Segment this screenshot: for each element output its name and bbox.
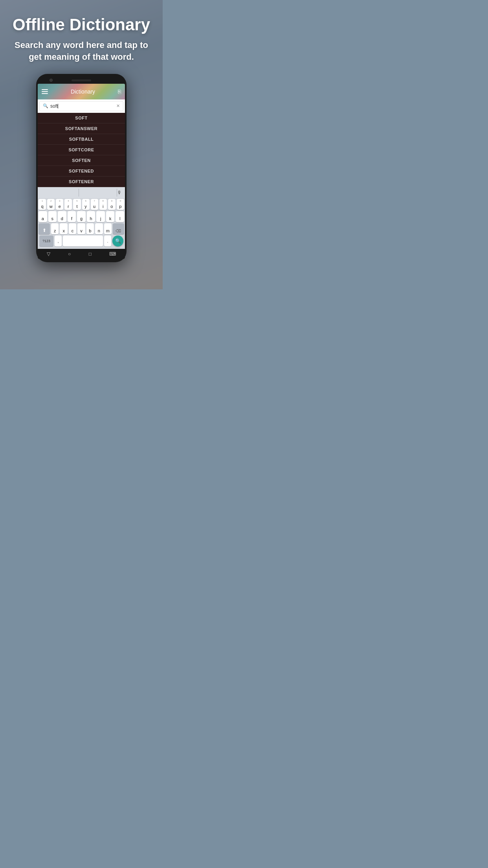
key-m[interactable]: m [104, 223, 112, 234]
keyboard-bottom-row: ?123 , . 🔍 [39, 235, 124, 247]
key-f[interactable]: f [68, 211, 76, 222]
menu-line-3 [42, 93, 48, 94]
key-x[interactable]: x [60, 223, 67, 234]
key-j[interactable]: j [96, 211, 105, 222]
key-u[interactable]: 7u [91, 199, 98, 210]
shift-icon: ⬆ [42, 228, 46, 233]
word-item-softball[interactable]: SOFTBALL [38, 134, 125, 145]
word-list: SOFT SOFTANSWER SOFTBALL SOFTCORE SOFTEN… [38, 113, 125, 187]
suggestion-bar: 🎙 [38, 187, 125, 198]
comma-key[interactable]: , [55, 235, 62, 246]
key-z[interactable]: z [51, 223, 59, 234]
key-o[interactable]: 9o [108, 199, 116, 210]
word-item-softened[interactable]: SOFTENED [38, 166, 125, 177]
keyboard-button[interactable]: ⌨ [109, 251, 116, 257]
key-i[interactable]: 8i [99, 199, 107, 210]
headline-subtitle: Search any word here and tap to get mean… [8, 39, 155, 63]
shift-key[interactable]: ⬆ [39, 223, 50, 234]
key-d[interactable]: d [58, 211, 66, 222]
key-r[interactable]: 4r [64, 199, 72, 210]
phone-camera [50, 79, 53, 82]
word-item-softcore[interactable]: SOFTCORE [38, 145, 125, 155]
suggestion-1 [41, 189, 79, 197]
space-key[interactable] [63, 235, 103, 246]
keyboard-row-2: a s d f g h j k l [39, 211, 124, 222]
key-s[interactable]: s [48, 211, 57, 222]
key-h[interactable]: h [87, 211, 95, 222]
phone-top [38, 78, 125, 84]
content-wrapper: Offline Dictionary Search any word here … [0, 0, 163, 289]
key-c[interactable]: c [69, 223, 76, 234]
key-v[interactable]: v [77, 223, 85, 234]
keyboard-area: 🎙 1q 2w 3e 4r 5t 6y 7u 8i [38, 187, 125, 249]
key-y[interactable]: 6y [82, 199, 90, 210]
key-e[interactable]: 3e [56, 199, 63, 210]
app-header: Dictionary ⎘ [38, 84, 125, 99]
headline-title: Offline Dictionary [8, 16, 155, 34]
keyboard-row-3: ⬆ z x c v b n m ⌫ [39, 223, 124, 234]
key-t[interactable]: 5t [73, 199, 81, 210]
home-button[interactable]: ○ [68, 251, 71, 257]
backspace-icon: ⌫ [116, 229, 121, 233]
search-input[interactable]: soft [50, 103, 116, 109]
app-title: Dictionary [71, 88, 95, 95]
menu-line-1 [42, 89, 48, 90]
hamburger-menu-icon[interactable] [42, 89, 48, 94]
clear-button[interactable]: ✕ [116, 103, 120, 108]
word-item-softener[interactable]: SOFTENER [38, 177, 125, 187]
key-b[interactable]: b [86, 223, 94, 234]
keyboard-row-1: 1q 2w 3e 4r 5t 6y 7u 8i 9o 0p [39, 199, 124, 210]
key-w[interactable]: 2w [47, 199, 55, 210]
headline-section: Offline Dictionary Search any word here … [0, 16, 163, 63]
recent-button[interactable]: □ [89, 251, 92, 257]
key-p[interactable]: 0p [117, 199, 124, 210]
word-item-soften[interactable]: SOFTEN [38, 155, 125, 166]
key-q[interactable]: 1q [39, 199, 46, 210]
search-bar[interactable]: 🔍 soft ✕ [39, 101, 123, 111]
key-a[interactable]: a [39, 211, 47, 222]
text-cursor [58, 104, 58, 108]
key-k[interactable]: k [106, 211, 115, 222]
backspace-key[interactable]: ⌫ [113, 223, 124, 234]
word-item-soft[interactable]: SOFT [38, 113, 125, 123]
symbols-key[interactable]: ?123 [39, 235, 53, 246]
menu-line-2 [42, 91, 48, 92]
back-button[interactable]: ▽ [47, 251, 50, 257]
keyboard-rows: 1q 2w 3e 4r 5t 6y 7u 8i 9o 0p [38, 198, 125, 249]
share-icon[interactable]: ⎘ [118, 88, 121, 95]
phone-mockup: Dictionary ⎘ 🔍 soft ✕ SOFT SOFTANSWER SO… [36, 74, 127, 262]
search-key[interactable]: 🔍 [112, 235, 123, 246]
key-n[interactable]: n [95, 223, 103, 234]
android-nav-bar: ▽ ○ □ ⌨ [38, 249, 125, 259]
phone-screen: Dictionary ⎘ 🔍 soft ✕ SOFT SOFTANSWER SO… [38, 84, 125, 259]
word-item-softanswer[interactable]: SOFTANSWER [38, 123, 125, 134]
search-text: soft [50, 103, 58, 109]
search-icon: 🔍 [43, 103, 48, 108]
phone-speaker [72, 79, 91, 81]
period-key[interactable]: . [104, 235, 111, 246]
key-g[interactable]: g [77, 211, 86, 222]
suggestion-2 [79, 189, 117, 197]
microphone-icon[interactable]: 🎙 [117, 190, 122, 195]
phone-device: Dictionary ⎘ 🔍 soft ✕ SOFT SOFTANSWER SO… [36, 74, 127, 262]
key-l[interactable]: l [116, 211, 124, 222]
